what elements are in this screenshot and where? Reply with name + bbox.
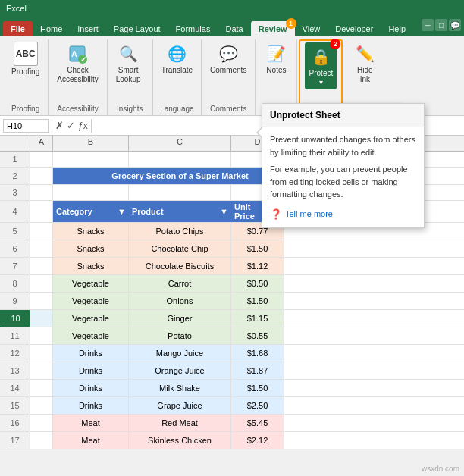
cell[interactable] [53,185,129,200]
row-number: 12 [0,345,30,362]
cell[interactable] [30,240,53,257]
cell-category[interactable]: Drinks [53,380,129,396]
cell-product[interactable]: Mango Juice [129,345,231,362]
cell-category[interactable]: Drinks [53,362,129,379]
cell-price[interactable]: $2.12 [231,432,284,449]
language-group-label: Language [158,105,196,115]
tab-help[interactable]: Help [381,21,413,36]
cell-price[interactable]: $0.50 [231,275,284,292]
cell-category[interactable]: Snacks [53,223,129,240]
row-number: 4 [0,201,30,222]
cell-product[interactable]: Orange Juice [129,362,231,379]
proofing-button[interactable]: ABC Proofing [8,39,43,78]
cell-product[interactable]: Chocolate Chip [129,240,231,257]
cell-category[interactable]: Drinks [53,345,129,362]
cell[interactable] [30,293,53,309]
ribbon-group-proofing: ABC Proofing Proofing [3,39,49,115]
cell-price[interactable]: $1.15 [231,310,284,327]
cell-product[interactable]: Potato Chips [129,223,231,240]
tab-developer[interactable]: Developer [328,21,381,36]
tab-home[interactable]: Home [33,21,70,36]
row-number: 17 [0,432,30,449]
header-category[interactable]: Category ▼ [53,201,129,222]
cell-category[interactable]: Meat [53,415,129,431]
insert-function-icon[interactable]: ƒx [78,121,88,131]
cell-category[interactable]: Meat [53,432,129,449]
tab-insert[interactable]: Insert [70,21,106,36]
tab-file[interactable]: File [3,21,33,36]
cell[interactable] [30,185,53,200]
tooltip-text1: Prevent unwanted changes from others by … [270,133,416,158]
smart-lookup-label: SmartLookup [116,66,141,84]
tab-page-layout[interactable]: Page Layout [106,21,168,36]
cell-product[interactable]: Red Meat [129,415,231,431]
smart-lookup-button[interactable]: 🔍 SmartLookup [112,39,145,86]
cell[interactable] [30,345,53,362]
comments-button[interactable]: 💬 Comments [206,39,250,77]
cell[interactable] [30,327,53,344]
row-number: 5 [0,223,30,240]
cell-price[interactable]: $2.50 [231,397,284,414]
minimize-icon[interactable]: ─ [422,19,434,31]
cell[interactable] [30,415,53,431]
check-accessibility-button[interactable]: A✓ CheckAccessibility [53,39,102,86]
cell-price[interactable]: $1.12 [231,258,284,274]
cell[interactable] [30,258,53,274]
cell[interactable] [129,152,231,167]
cell-product[interactable]: Grape Juice [129,397,231,414]
tab-data[interactable]: Data [218,21,250,36]
cell-price[interactable]: $1.50 [231,380,284,396]
cell-price[interactable]: $1.68 [231,345,284,362]
cell-product[interactable]: Onions [129,293,231,309]
cell-price[interactable]: $0.55 [231,327,284,344]
cell-reference-input[interactable] [3,119,49,133]
cell-category[interactable]: Vegetable [53,310,129,327]
notes-button[interactable]: 📝 Notes [260,39,292,77]
cell-product[interactable]: Potato [129,327,231,344]
cell[interactable] [30,152,53,167]
cell-price[interactable]: $1.50 [231,293,284,309]
confirm-formula-icon[interactable]: ✓ [67,120,75,131]
cell[interactable] [30,223,53,240]
cell-category[interactable]: Snacks [53,240,129,257]
insights-group-label: Insights [112,105,148,115]
row-number: 1 [0,152,30,167]
protect-button[interactable]: 🔒 Protect▾ 2 [305,42,337,89]
cell-product[interactable]: Ginger [129,310,231,327]
header-product[interactable]: Product ▼ [129,201,231,222]
cell-price[interactable]: $1.50 [231,240,284,257]
tooltip-header: Unprotect Sheet [262,104,424,127]
cell[interactable] [129,185,231,200]
cell-price[interactable]: $5.45 [231,415,284,431]
tab-review[interactable]: Review 1 [251,21,295,36]
tooltip-link[interactable]: ❓ Tell me more [270,207,416,222]
cell[interactable] [30,275,53,292]
cell-category[interactable]: Snacks [53,258,129,274]
cell[interactable] [30,397,53,414]
comment-icon[interactable]: 💬 [449,19,461,31]
cell[interactable] [30,310,53,327]
cell-product[interactable]: Carrot [129,275,231,292]
cell[interactable] [30,201,53,222]
cell-product[interactable]: Milk Shake [129,380,231,396]
cancel-formula-icon[interactable]: ✗ [55,120,64,131]
maximize-icon[interactable]: □ [435,19,447,31]
cell[interactable] [30,380,53,396]
cell-price[interactable]: $1.87 [231,362,284,379]
tab-formulas[interactable]: Formulas [168,21,218,36]
tab-view[interactable]: View [295,21,328,36]
cell-category[interactable]: Vegetable [53,293,129,309]
table-row: 14 Drinks Milk Shake $1.50 [0,380,464,397]
hide-ink-button[interactable]: ✏️ HideInk [349,39,381,86]
cell-category[interactable]: Drinks [53,397,129,414]
cell-product[interactable]: Chocolate Biscuits [129,258,231,274]
cell-product[interactable]: Skinless Chicken [129,432,231,449]
cell-category[interactable]: Vegetable [53,275,129,292]
translate-button[interactable]: 🌐 Translate [158,39,196,77]
cell-category[interactable]: Vegetable [53,327,129,344]
cell[interactable] [53,152,129,167]
cell[interactable] [30,362,53,379]
svg-text:✓: ✓ [80,55,86,64]
cell[interactable] [30,168,53,184]
cell[interactable] [30,432,53,449]
